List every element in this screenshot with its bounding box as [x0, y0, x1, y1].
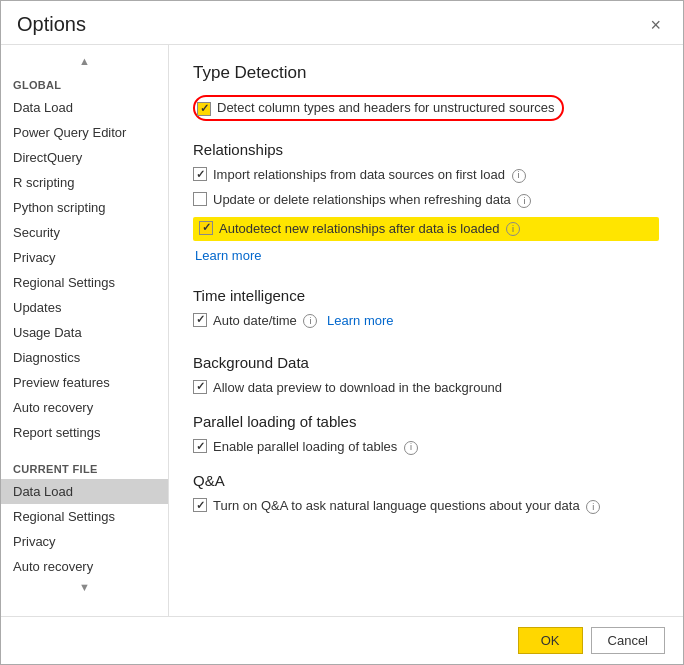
current-file-section-label: CURRENT FILE	[1, 453, 168, 479]
cancel-button[interactable]: Cancel	[591, 627, 665, 654]
options-dialog: Options × ▲ GLOBAL Data Load Power Query…	[0, 0, 684, 665]
sidebar-item-updates[interactable]: Updates	[1, 295, 168, 320]
type-detection-highlighted-row: Detect column types and headers for unst…	[193, 95, 564, 121]
bg-option-text: Allow data preview to download in the ba…	[213, 379, 502, 397]
qa-checkbox[interactable]	[193, 498, 207, 512]
parallel-info-icon: i	[404, 441, 418, 455]
type-detection-option-text: Detect column types and headers for unst…	[217, 99, 554, 117]
main-content: Type Detection Detect column types and h…	[169, 45, 683, 616]
type-detection-checkbox[interactable]	[197, 102, 211, 116]
time-option-text: Auto date/time i Learn more	[213, 312, 394, 338]
qa-info-icon: i	[586, 500, 600, 514]
parallel-checkbox[interactable]	[193, 439, 207, 453]
rel-option1-row: Import relationships from data sources o…	[193, 166, 659, 184]
sidebar-item-diagnostics[interactable]: Diagnostics	[1, 345, 168, 370]
sidebar-item-privacy[interactable]: Privacy	[1, 245, 168, 270]
sidebar-item-current-data-load[interactable]: Data Load	[1, 479, 168, 504]
scroll-down-button[interactable]: ▼	[1, 579, 168, 595]
sidebar: ▲ GLOBAL Data Load Power Query Editor Di…	[1, 45, 169, 616]
sidebar-item-usage-data[interactable]: Usage Data	[1, 320, 168, 345]
background-data-title: Background Data	[193, 354, 659, 371]
qa-option-text: Turn on Q&A to ask natural language ques…	[213, 497, 600, 515]
type-detection-title: Type Detection	[193, 63, 659, 83]
rel-option2-text: Update or delete relationships when refr…	[213, 191, 531, 209]
rel-checkbox1[interactable]	[193, 167, 207, 181]
rel-option3-text: Autodetect new relationships after data …	[219, 220, 520, 238]
rel-checkbox2[interactable]	[193, 192, 207, 206]
sidebar-item-current-auto-recovery[interactable]: Auto recovery	[1, 554, 168, 579]
relationships-title: Relationships	[193, 141, 659, 158]
sidebar-item-regional-settings[interactable]: Regional Settings	[1, 270, 168, 295]
dialog-body: ▲ GLOBAL Data Load Power Query Editor Di…	[1, 44, 683, 616]
rel-option1-text: Import relationships from data sources o…	[213, 166, 526, 184]
time-option-row: Auto date/time i Learn more	[193, 312, 659, 338]
global-section-label: GLOBAL	[1, 69, 168, 95]
bg-option-row: Allow data preview to download in the ba…	[193, 379, 659, 397]
ok-button[interactable]: OK	[518, 627, 583, 654]
learn-more-time[interactable]: Learn more	[327, 312, 393, 330]
close-button[interactable]: ×	[644, 14, 667, 36]
rel-info2-icon: i	[517, 194, 531, 208]
sidebar-item-report-settings[interactable]: Report settings	[1, 420, 168, 445]
titlebar: Options ×	[1, 1, 683, 44]
time-intelligence-title: Time intelligence	[193, 287, 659, 304]
sidebar-item-security[interactable]: Security	[1, 220, 168, 245]
sidebar-item-current-regional-settings[interactable]: Regional Settings	[1, 504, 168, 529]
sidebar-item-r-scripting[interactable]: R scripting	[1, 170, 168, 195]
sidebar-item-directquery[interactable]: DirectQuery	[1, 145, 168, 170]
rel-info3-icon: i	[506, 222, 520, 236]
rel-info1-icon: i	[512, 169, 526, 183]
rel-option3-row: Autodetect new relationships after data …	[193, 217, 659, 241]
dialog-footer: OK Cancel	[1, 616, 683, 664]
sidebar-item-python-scripting[interactable]: Python scripting	[1, 195, 168, 220]
scroll-up-button[interactable]: ▲	[1, 53, 168, 69]
sidebar-item-data-load[interactable]: Data Load	[1, 95, 168, 120]
qa-title: Q&A	[193, 472, 659, 489]
dialog-title: Options	[17, 13, 86, 36]
rel-checkbox3[interactable]	[199, 221, 213, 235]
bg-checkbox[interactable]	[193, 380, 207, 394]
sidebar-item-power-query-editor[interactable]: Power Query Editor	[1, 120, 168, 145]
rel-option2-row: Update or delete relationships when refr…	[193, 191, 659, 209]
sidebar-item-auto-recovery[interactable]: Auto recovery	[1, 395, 168, 420]
time-checkbox[interactable]	[193, 313, 207, 327]
sidebar-item-preview-features[interactable]: Preview features	[1, 370, 168, 395]
time-info-icon: i	[303, 314, 317, 328]
qa-option-row: Turn on Q&A to ask natural language ques…	[193, 497, 659, 515]
learn-more-relationships[interactable]: Learn more	[195, 248, 261, 263]
parallel-option-text: Enable parallel loading of tables i	[213, 438, 418, 456]
parallel-title: Parallel loading of tables	[193, 413, 659, 430]
parallel-option-row: Enable parallel loading of tables i	[193, 438, 659, 456]
sidebar-item-current-privacy[interactable]: Privacy	[1, 529, 168, 554]
